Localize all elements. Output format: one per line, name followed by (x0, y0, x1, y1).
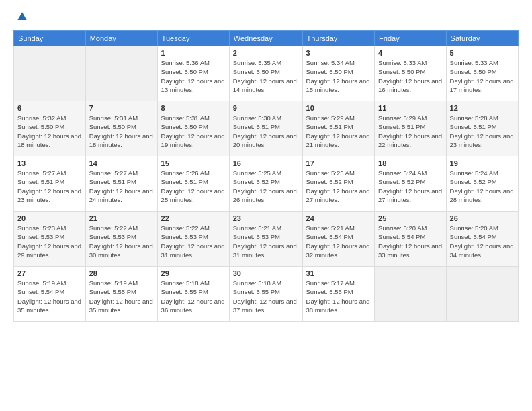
day-cell: 30Sunrise: 5:18 AM Sunset: 5:55 PM Dayli… (229, 267, 302, 322)
day-number: 8 (161, 104, 226, 112)
day-header-sunday: Sunday (14, 31, 86, 46)
day-info: Sunrise: 5:18 AM Sunset: 5:55 PM Dayligh… (161, 279, 226, 314)
day-info: Sunrise: 5:19 AM Sunset: 5:55 PM Dayligh… (89, 279, 154, 314)
day-cell: 29Sunrise: 5:18 AM Sunset: 5:55 PM Dayli… (157, 267, 229, 322)
day-info: Sunrise: 5:28 AM Sunset: 5:51 PM Dayligh… (450, 113, 515, 149)
day-cell: 16Sunrise: 5:25 AM Sunset: 5:52 PM Dayli… (229, 156, 302, 212)
day-info: Sunrise: 5:29 AM Sunset: 5:51 PM Dayligh… (306, 113, 371, 149)
day-number: 13 (17, 159, 82, 167)
week-row-2: 6Sunrise: 5:32 AM Sunset: 5:50 PM Daylig… (14, 101, 519, 156)
calendar-header-row: SundayMondayTuesdayWednesdayThursdayFrid… (14, 31, 519, 46)
day-cell: 6Sunrise: 5:32 AM Sunset: 5:50 PM Daylig… (14, 101, 86, 156)
day-info: Sunrise: 5:24 AM Sunset: 5:52 PM Dayligh… (378, 169, 442, 204)
day-cell (14, 46, 86, 101)
day-info: Sunrise: 5:22 AM Sunset: 5:53 PM Dayligh… (161, 224, 226, 259)
day-info: Sunrise: 5:31 AM Sunset: 5:50 PM Dayligh… (89, 113, 154, 149)
day-number: 21 (89, 214, 154, 222)
logo-icon (15, 10, 29, 24)
day-cell: 27Sunrise: 5:19 AM Sunset: 5:54 PM Dayli… (14, 267, 86, 322)
day-info: Sunrise: 5:27 AM Sunset: 5:51 PM Dayligh… (89, 169, 154, 204)
day-info: Sunrise: 5:30 AM Sunset: 5:51 PM Dayligh… (233, 113, 299, 149)
day-number: 16 (233, 159, 299, 167)
day-info: Sunrise: 5:21 AM Sunset: 5:53 PM Dayligh… (233, 224, 299, 259)
day-cell: 20Sunrise: 5:23 AM Sunset: 5:53 PM Dayli… (14, 212, 86, 267)
day-info: Sunrise: 5:21 AM Sunset: 5:54 PM Dayligh… (306, 224, 371, 259)
day-info: Sunrise: 5:27 AM Sunset: 5:51 PM Dayligh… (17, 169, 82, 204)
week-row-1: 1Sunrise: 5:36 AM Sunset: 5:50 PM Daylig… (14, 46, 519, 101)
day-cell: 19Sunrise: 5:24 AM Sunset: 5:52 PM Dayli… (446, 156, 518, 212)
day-number: 10 (306, 104, 371, 112)
day-number: 22 (161, 214, 226, 222)
day-cell: 13Sunrise: 5:27 AM Sunset: 5:51 PM Dayli… (14, 156, 86, 212)
day-cell: 4Sunrise: 5:33 AM Sunset: 5:50 PM Daylig… (375, 46, 446, 101)
day-cell: 17Sunrise: 5:25 AM Sunset: 5:52 PM Dayli… (302, 156, 375, 212)
day-info: Sunrise: 5:22 AM Sunset: 5:53 PM Dayligh… (89, 224, 154, 259)
day-cell: 11Sunrise: 5:29 AM Sunset: 5:51 PM Dayli… (375, 101, 446, 156)
week-row-5: 27Sunrise: 5:19 AM Sunset: 5:54 PM Dayli… (14, 267, 519, 322)
day-info: Sunrise: 5:25 AM Sunset: 5:52 PM Dayligh… (233, 169, 299, 204)
day-number: 14 (89, 159, 154, 167)
day-number: 11 (378, 104, 442, 112)
day-cell: 26Sunrise: 5:20 AM Sunset: 5:54 PM Dayli… (446, 212, 518, 267)
day-cell: 31Sunrise: 5:17 AM Sunset: 5:56 PM Dayli… (302, 267, 375, 322)
day-cell: 25Sunrise: 5:20 AM Sunset: 5:54 PM Dayli… (375, 212, 446, 267)
day-number: 29 (161, 269, 226, 277)
day-number: 28 (89, 269, 154, 277)
day-info: Sunrise: 5:19 AM Sunset: 5:54 PM Dayligh… (17, 279, 82, 314)
day-info: Sunrise: 5:35 AM Sunset: 5:50 PM Dayligh… (233, 58, 299, 94)
day-cell: 22Sunrise: 5:22 AM Sunset: 5:53 PM Dayli… (157, 212, 229, 267)
day-cell: 10Sunrise: 5:29 AM Sunset: 5:51 PM Dayli… (302, 101, 375, 156)
day-cell: 8Sunrise: 5:31 AM Sunset: 5:50 PM Daylig… (157, 101, 229, 156)
day-header-thursday: Thursday (302, 31, 375, 46)
day-cell: 1Sunrise: 5:36 AM Sunset: 5:50 PM Daylig… (157, 46, 229, 101)
day-info: Sunrise: 5:33 AM Sunset: 5:50 PM Dayligh… (378, 58, 442, 94)
day-cell: 12Sunrise: 5:28 AM Sunset: 5:51 PM Dayli… (446, 101, 518, 156)
day-number: 3 (306, 49, 371, 57)
day-number: 25 (378, 214, 442, 222)
day-number: 12 (450, 104, 515, 112)
day-number: 1 (161, 49, 226, 57)
day-info: Sunrise: 5:20 AM Sunset: 5:54 PM Dayligh… (450, 224, 515, 259)
day-info: Sunrise: 5:26 AM Sunset: 5:51 PM Dayligh… (161, 169, 226, 204)
day-info: Sunrise: 5:36 AM Sunset: 5:50 PM Dayligh… (161, 58, 226, 94)
day-info: Sunrise: 5:23 AM Sunset: 5:53 PM Dayligh… (17, 224, 82, 259)
day-cell: 7Sunrise: 5:31 AM Sunset: 5:50 PM Daylig… (85, 101, 157, 156)
day-cell: 5Sunrise: 5:33 AM Sunset: 5:50 PM Daylig… (446, 46, 518, 101)
day-number: 18 (378, 159, 442, 167)
day-number: 23 (233, 214, 299, 222)
day-info: Sunrise: 5:29 AM Sunset: 5:51 PM Dayligh… (378, 113, 442, 149)
day-cell: 21Sunrise: 5:22 AM Sunset: 5:53 PM Dayli… (85, 212, 157, 267)
day-number: 27 (17, 269, 82, 277)
day-number: 15 (161, 159, 226, 167)
day-info: Sunrise: 5:33 AM Sunset: 5:50 PM Dayligh… (450, 58, 515, 94)
day-info: Sunrise: 5:20 AM Sunset: 5:54 PM Dayligh… (378, 224, 442, 259)
day-cell: 15Sunrise: 5:26 AM Sunset: 5:51 PM Dayli… (157, 156, 229, 212)
day-header-saturday: Saturday (446, 31, 518, 46)
day-cell (446, 267, 518, 322)
day-number: 5 (450, 49, 515, 57)
week-row-3: 13Sunrise: 5:27 AM Sunset: 5:51 PM Dayli… (14, 156, 519, 212)
day-number: 9 (233, 104, 299, 112)
page: SundayMondayTuesdayWednesdayThursdayFrid… (0, 0, 532, 411)
logo (13, 10, 29, 24)
day-cell: 18Sunrise: 5:24 AM Sunset: 5:52 PM Dayli… (375, 156, 446, 212)
day-cell (375, 267, 446, 322)
day-cell: 2Sunrise: 5:35 AM Sunset: 5:50 PM Daylig… (229, 46, 302, 101)
day-number: 2 (233, 49, 299, 57)
day-info: Sunrise: 5:24 AM Sunset: 5:52 PM Dayligh… (450, 169, 515, 204)
day-info: Sunrise: 5:32 AM Sunset: 5:50 PM Dayligh… (17, 113, 82, 149)
day-number: 6 (17, 104, 82, 112)
day-number: 20 (17, 214, 82, 222)
day-cell: 28Sunrise: 5:19 AM Sunset: 5:55 PM Dayli… (85, 267, 157, 322)
day-header-monday: Monday (85, 31, 157, 46)
day-header-wednesday: Wednesday (229, 31, 302, 46)
day-info: Sunrise: 5:31 AM Sunset: 5:50 PM Dayligh… (161, 113, 226, 149)
day-info: Sunrise: 5:25 AM Sunset: 5:52 PM Dayligh… (306, 169, 371, 204)
header (13, 10, 519, 24)
day-number: 24 (306, 214, 371, 222)
day-number: 17 (306, 159, 371, 167)
day-cell: 3Sunrise: 5:34 AM Sunset: 5:50 PM Daylig… (302, 46, 375, 101)
day-header-tuesday: Tuesday (157, 31, 229, 46)
day-cell: 9Sunrise: 5:30 AM Sunset: 5:51 PM Daylig… (229, 101, 302, 156)
day-cell: 23Sunrise: 5:21 AM Sunset: 5:53 PM Dayli… (229, 212, 302, 267)
